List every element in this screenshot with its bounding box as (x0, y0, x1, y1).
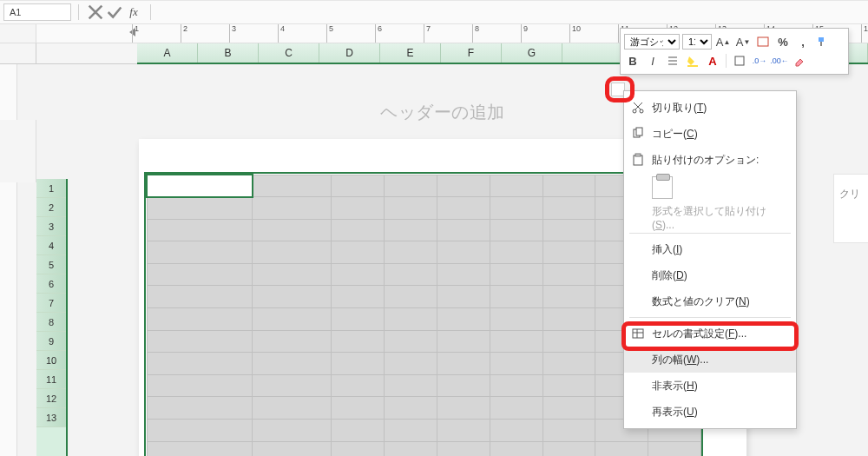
row-header[interactable]: 3 (36, 217, 66, 236)
cell[interactable] (332, 330, 385, 353)
cell[interactable] (542, 286, 595, 308)
ctx-delete[interactable]: 削除(D) (624, 262, 796, 288)
cell[interactable] (385, 330, 437, 353)
cell[interactable] (437, 219, 490, 241)
cell[interactable] (147, 353, 253, 375)
cell[interactable] (542, 420, 595, 442)
ctx-insert[interactable]: 挿入(I) (624, 236, 796, 262)
cell[interactable] (147, 197, 253, 220)
cell[interactable] (437, 397, 490, 420)
paste-option-icon[interactable] (652, 176, 673, 199)
cell-A1[interactable] (147, 175, 253, 197)
col-header[interactable]: C (259, 43, 319, 63)
row-header[interactable]: 12 (36, 389, 66, 408)
cell[interactable] (542, 353, 595, 375)
cell[interactable] (437, 175, 490, 197)
cell[interactable] (542, 197, 595, 220)
cell[interactable] (437, 286, 490, 308)
cell[interactable] (437, 263, 490, 286)
cell[interactable] (542, 175, 595, 197)
cell[interactable] (490, 397, 542, 420)
cell[interactable] (490, 197, 542, 220)
cell[interactable] (332, 286, 385, 308)
row-header[interactable]: 10 (36, 351, 66, 370)
col-header[interactable]: D (319, 43, 380, 63)
ctx-column-width[interactable]: 列の幅(W)... (624, 347, 796, 373)
cell[interactable] (385, 308, 437, 331)
cell[interactable] (437, 308, 490, 331)
increase-font-icon[interactable]: A▲ (714, 33, 732, 50)
col-header[interactable]: B (198, 43, 259, 63)
cell[interactable] (385, 420, 437, 442)
cell[interactable] (542, 397, 595, 420)
decrease-font-icon[interactable]: A▼ (734, 33, 752, 50)
borders-icon[interactable] (731, 52, 748, 69)
percent-icon[interactable]: % (774, 33, 792, 50)
cell[interactable] (332, 420, 385, 442)
row-header[interactable]: 6 (36, 274, 66, 294)
col-header[interactable]: A (137, 43, 198, 63)
cell[interactable] (147, 397, 253, 420)
cell[interactable] (253, 441, 332, 456)
cell[interactable] (332, 353, 385, 375)
cell[interactable] (253, 353, 332, 375)
col-header[interactable]: E (380, 43, 441, 63)
bold-icon[interactable]: B (624, 52, 641, 69)
cell[interactable] (253, 241, 332, 264)
cell[interactable] (147, 374, 253, 397)
cell[interactable] (385, 175, 437, 197)
cell[interactable] (147, 241, 253, 264)
increase-decimal-icon[interactable]: .0→ (751, 52, 768, 69)
cell[interactable] (385, 263, 437, 286)
side-panel[interactable]: クリ (833, 174, 868, 243)
format-painter-icon[interactable] (814, 33, 832, 50)
row-header[interactable]: 7 (36, 294, 66, 313)
cell[interactable] (490, 308, 542, 331)
cell[interactable] (437, 420, 490, 442)
clear-icon[interactable] (791, 52, 808, 69)
font-name-select[interactable]: 游ゴシック (624, 34, 680, 50)
cell[interactable] (332, 175, 385, 197)
row-header[interactable]: 8 (36, 313, 66, 332)
row-headers[interactable]: 1 2 3 4 5 6 7 8 9 10 11 12 13 (36, 179, 68, 456)
row-header[interactable]: 13 (36, 408, 66, 427)
cell[interactable] (542, 374, 595, 397)
ctx-format-cells[interactable]: セルの書式設定(F)... (624, 321, 796, 347)
cell[interactable] (385, 219, 437, 241)
cell[interactable] (253, 263, 332, 286)
cell[interactable] (253, 286, 332, 308)
name-box[interactable] (3, 3, 71, 21)
merge-icon[interactable] (754, 33, 772, 50)
cell[interactable] (490, 420, 542, 442)
cell[interactable] (147, 286, 253, 308)
cell[interactable] (490, 330, 542, 353)
cell[interactable] (147, 441, 253, 456)
cell[interactable] (253, 420, 332, 442)
cell[interactable] (253, 308, 332, 331)
cell[interactable] (490, 353, 542, 375)
cell[interactable] (332, 374, 385, 397)
cell[interactable] (332, 219, 385, 241)
cell[interactable] (147, 330, 253, 353)
col-header[interactable]: F (441, 43, 502, 63)
cell[interactable] (147, 219, 253, 241)
cell[interactable] (437, 241, 490, 264)
cell[interactable] (385, 241, 437, 264)
fx-icon[interactable]: fx (124, 3, 143, 22)
cell[interactable] (147, 420, 253, 442)
row-header[interactable]: 5 (36, 255, 66, 274)
cell[interactable] (385, 197, 437, 220)
cell[interactable] (490, 175, 542, 197)
cell[interactable] (542, 241, 595, 264)
select-all-corner[interactable] (0, 43, 36, 64)
cancel-icon[interactable] (86, 3, 105, 22)
cell[interactable] (385, 374, 437, 397)
cell[interactable] (253, 197, 332, 220)
cell[interactable] (332, 441, 385, 456)
cell[interactable] (490, 241, 542, 264)
cell[interactable] (490, 219, 542, 241)
row-header[interactable]: 1 (36, 179, 66, 198)
row-header[interactable]: 11 (36, 370, 66, 389)
cell[interactable] (437, 353, 490, 375)
ctx-unhide[interactable]: 再表示(U) (624, 399, 796, 425)
